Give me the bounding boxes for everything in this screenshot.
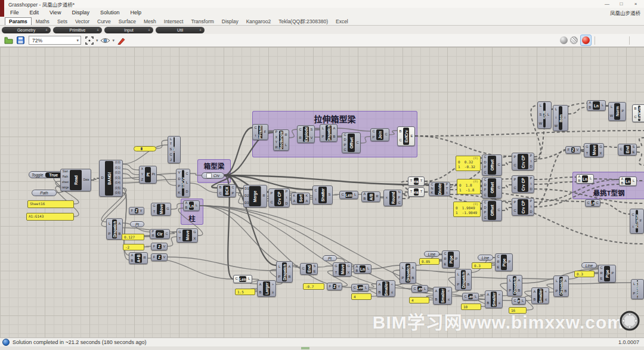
maximize-button[interactable]: □ xyxy=(614,0,628,7)
tab-mesh[interactable]: Mesh xyxy=(140,18,160,25)
tab-excel[interactable]: Excel xyxy=(332,18,352,25)
category-geometry[interactable]: Geometry xyxy=(2,27,51,33)
gh-component-extcrv[interactable]: BCExtCrv xyxy=(632,104,644,122)
menu-file[interactable]: File xyxy=(5,10,24,16)
gh-component-merge[interactable]: D1D2D3MergeR xyxy=(243,185,267,207)
category-input[interactable]: Input xyxy=(104,27,153,33)
gh-component-offset[interactable]: CDPCOffsetC xyxy=(482,177,502,199)
gh-component-ln[interactable]: ABLnL xyxy=(354,264,371,274)
preview-eye-caret[interactable]: ▾ xyxy=(113,38,115,43)
gh-component-a-b[interactable]: ABA/BR xyxy=(361,191,380,202)
gh-component-smaller[interactable]: ABSmaller<≤ xyxy=(433,287,452,305)
gh-component-shatter[interactable]: CtShatterS xyxy=(312,185,333,205)
gh-component-item[interactable]: LiWItemi xyxy=(553,105,568,131)
gh-component-bcx[interactable]: BCBCXCP xyxy=(217,184,236,197)
gh-panel[interactable]: 4 xyxy=(351,293,371,300)
gh-panel[interactable]: 4 xyxy=(409,297,429,303)
preview-green-icon[interactable] xyxy=(608,36,616,44)
gh-param-line[interactable]: Line xyxy=(424,251,439,257)
gh-component-graft[interactable]: TGraftT xyxy=(408,187,425,197)
gh-component-crv-cp[interactable]: PCCrv CPPtD xyxy=(512,198,534,216)
gh-component-dispatch[interactable]: LPDispatchAB xyxy=(276,261,293,283)
gh-component-crv-cp[interactable]: PCCrv CPPtD xyxy=(512,175,534,193)
gh-component-pipe[interactable]: CREPipeP xyxy=(598,265,616,283)
gh-component-larger[interactable]: ABLarger>≥ xyxy=(257,280,276,297)
gh-component-smaller[interactable]: ABSmaller<≤ xyxy=(376,280,395,297)
gh-component-a-b[interactable]: ABA+BR xyxy=(129,252,148,264)
gh-component-z[interactable]: FZV xyxy=(565,146,581,154)
gh-component-dispatch[interactable]: LPDispatchAB xyxy=(553,275,569,297)
gh-component-extcrv[interactable]: BCExtCrvE xyxy=(397,126,415,146)
menu-solution[interactable]: Solution xyxy=(95,10,125,16)
gh-component-len[interactable]: CLenL xyxy=(462,293,479,301)
gh-component-sort[interactable]: KASortKA xyxy=(291,193,310,205)
gh-component-dispatch[interactable]: LPDispatchAB xyxy=(320,124,338,142)
gh-panel[interactable]: 16 xyxy=(509,307,527,314)
preview-teal-icon[interactable] xyxy=(598,36,606,44)
gh-panel[interactable]: 10 xyxy=(461,303,481,310)
minimize-button[interactable]: — xyxy=(600,0,614,7)
shaded-red-selected-icon[interactable] xyxy=(580,35,592,46)
gh-component-dispatch[interactable]: LPDispatch xyxy=(631,279,644,299)
menu-help[interactable]: Help xyxy=(125,10,147,16)
menu-edit[interactable]: Edit xyxy=(24,10,45,16)
gh-component-intcrv[interactable]: VDPKIntCrvCLD xyxy=(176,169,190,197)
gh-component-rectangle[interactable]: PXYRRectangleRL xyxy=(273,129,289,151)
gh-panel[interactable]: {0}0 1.90491 -1.9049 xyxy=(453,202,481,217)
gh-param-line[interactable]: Line xyxy=(478,255,493,261)
gh-component-pipe[interactable]: CREPipeP xyxy=(442,250,460,268)
preview-blue-icon[interactable] xyxy=(633,36,640,44)
gh-panel[interactable]: Sheet16 xyxy=(27,200,74,208)
gh-component-z[interactable]: FZV xyxy=(327,283,342,290)
gh-component-dispatch[interactable]: LPDispatchAB xyxy=(400,262,416,284)
gh-panel[interactable]: 0.05 xyxy=(419,258,439,265)
tab-tekla-qq-2308380[interactable]: Tekla(QQ群:2308380) xyxy=(275,17,332,25)
gh-component-len[interactable]: CLenL xyxy=(411,285,428,293)
gh-panel[interactable]: -0.7 xyxy=(303,283,324,290)
open-file-icon[interactable] xyxy=(4,36,13,44)
gh-component-len[interactable]: CLenL xyxy=(351,284,369,292)
gh-component-pipe[interactable]: CREPipeP xyxy=(495,253,513,271)
gh-panel[interactable]: {0}0 1.81 -1.8 xyxy=(457,179,481,194)
zoom-extents-icon[interactable] xyxy=(85,36,94,45)
gh-panel[interactable]: {0}0 0.321 -0.32 xyxy=(456,156,481,171)
gh-param-pt[interactable]: Pt xyxy=(130,221,144,227)
preview-eye-icon[interactable] xyxy=(100,37,110,44)
gh-panel[interactable]: 1.5 xyxy=(235,289,255,295)
gh-component-ln[interactable]: ABLnL xyxy=(576,174,594,184)
tab-intersect[interactable]: Intersect xyxy=(160,18,187,25)
gh-component-smaller[interactable]: ABSmaller<≤ xyxy=(485,290,503,308)
gh-component-z[interactable]: FZV xyxy=(129,207,144,215)
zoom-extents-caret[interactable]: ▾ xyxy=(96,38,98,43)
gh-component-dispatch[interactable]: LPDispatchAB xyxy=(106,218,123,240)
zoom-level-combo[interactable]: 72% xyxy=(29,36,81,45)
gh-panel[interactable]: 0.127 xyxy=(122,234,144,240)
gh-component-round[interactable]: xRoundNFC xyxy=(383,190,402,206)
gh-component-crv-cp[interactable]: PCCrv CPPtD xyxy=(512,153,534,171)
gh-component-len[interactable]: CLenL xyxy=(233,275,252,283)
save-file-icon[interactable] xyxy=(17,36,24,44)
gh-component-shift[interactable]: LSWShiftL xyxy=(537,101,552,129)
close-button[interactable]: × xyxy=(628,0,643,7)
toggle-value[interactable]: True xyxy=(45,172,61,178)
gh-component-move[interactable]: GTMoveGX xyxy=(584,143,604,157)
menu-view[interactable]: View xyxy=(44,10,66,16)
gh-component-ln[interactable]: CLnC xyxy=(585,199,600,207)
gh-component-z[interactable]: FZV xyxy=(151,253,168,261)
gh-component-move[interactable]: GTMoveG xyxy=(151,203,171,216)
gh-panel[interactable]: A1:G143 xyxy=(26,213,74,221)
gh-component-cir[interactable]: PRCirC xyxy=(150,229,170,239)
tab-vector[interactable]: Vector xyxy=(72,18,93,25)
gh-component-ln[interactable]: ABLnL xyxy=(183,200,200,211)
tab-display[interactable]: Display xyxy=(218,18,242,25)
gh-component-explode[interactable]: CRExplodeSV xyxy=(297,125,315,143)
slider-knob[interactable] xyxy=(141,147,143,150)
gh-component-smaller[interactable]: ABSmaller<≤ xyxy=(531,287,549,304)
gh-panel[interactable]: 0.3 xyxy=(472,262,492,269)
gh-component-end[interactable]: CEndSE xyxy=(300,263,318,275)
gh-component-move[interactable]: GTMoveGX xyxy=(177,228,198,243)
gh-component-ln[interactable]: ABLnL xyxy=(587,100,606,111)
gh-component-read[interactable]: StartPathsheetrangeReadData xyxy=(60,169,91,191)
gh-component-len[interactable]: CLenL xyxy=(512,297,526,305)
gh-component-tag[interactable]: LTSCJTag xyxy=(168,136,181,163)
